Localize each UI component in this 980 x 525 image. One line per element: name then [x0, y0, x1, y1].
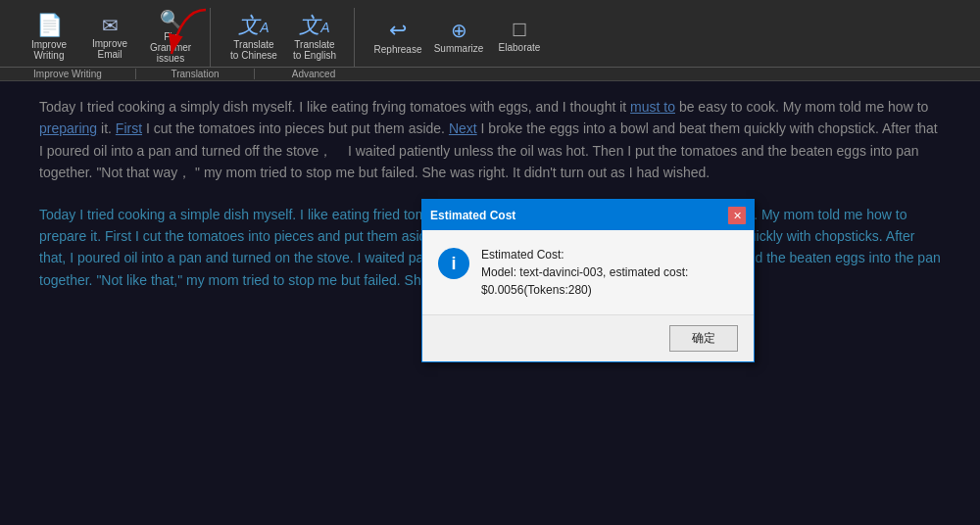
elaborate-button[interactable]: ☐ Elaborate — [490, 18, 549, 57]
dialog-overlay: Estimated Cost ✕ i Estimated Cost: Model… — [0, 81, 980, 525]
rephrease-icon: ↩ — [389, 20, 407, 41]
improve-email-icon: ✉ — [102, 16, 119, 35]
dialog-message-label: Estimated Cost: — [481, 246, 738, 263]
dialog-title: Estimated Cost — [430, 209, 515, 222]
rephrease-label: Rephrease — [374, 44, 422, 55]
translate-chinese-icon: 文A — [238, 15, 269, 36]
summarize-label: Summarize — [434, 43, 484, 54]
dialog-ok-button[interactable]: 确定 — [669, 325, 738, 352]
summarize-button[interactable]: ⊕ Summarize — [429, 17, 488, 58]
translation-group-label: Translation — [135, 69, 255, 79]
dialog-body: i Estimated Cost: Model: text-davinci-00… — [422, 230, 754, 314]
translation-group: 文A Translateto Chinese 文A Translateto En… — [215, 8, 355, 67]
improve-email-button[interactable]: ✉ ImproveEmail — [80, 12, 139, 64]
improve-email-label: ImproveEmail — [92, 38, 127, 60]
improve-writing-label: ImproveWriting — [31, 39, 67, 61]
elaborate-icon: ☐ — [512, 22, 527, 39]
translate-english-button[interactable]: 文A Translateto English — [285, 11, 344, 65]
fix-grammar-icon: 🔍 — [160, 11, 181, 28]
dialog-info-row: i Estimated Cost: Model: text-davinci-00… — [438, 246, 738, 299]
translate-chinese-label: Translateto Chinese — [230, 39, 277, 61]
elaborate-label: Elaborate — [499, 42, 541, 53]
advanced-group-label: Advanced — [255, 69, 372, 79]
improve-group-label: Improve Writing — [0, 69, 135, 79]
toolbar-buttons-row: 📄 ImproveWriting ✉ ImproveEmail 🔍 Fix Gr… — [0, 0, 980, 67]
improve-writing-icon: 📄 — [36, 15, 63, 36]
translate-english-icon: 文A — [299, 15, 329, 36]
dialog-message: Estimated Cost: Model: text-davinci-003,… — [481, 246, 738, 299]
info-icon: i — [438, 248, 469, 279]
summarize-icon: ⊕ — [451, 21, 467, 40]
improve-writing-group: 📄 ImproveWriting ✉ ImproveEmail 🔍 Fix Gr… — [10, 8, 211, 67]
group-labels-row: Improve Writing Translation Advanced — [0, 67, 980, 80]
estimated-cost-dialog: Estimated Cost ✕ i Estimated Cost: Model… — [421, 199, 755, 362]
translate-chinese-button[interactable]: 文A Translateto Chinese — [224, 11, 283, 65]
fix-grammar-button[interactable]: 🔍 Fix Grammerissues — [141, 7, 200, 68]
dialog-footer: 确定 — [422, 314, 754, 361]
improve-writing-button[interactable]: 📄 ImproveWriting — [20, 11, 78, 65]
rephrease-button[interactable]: ↩ Rephrease — [368, 16, 427, 59]
dialog-close-button[interactable]: ✕ — [728, 207, 746, 224]
advanced-group: ↩ Rephrease ⊕ Summarize ☐ Elaborate — [359, 8, 559, 67]
fix-grammar-label: Fix Grammerissues — [145, 31, 196, 64]
content-area: Today I tried cooking a simply dish myse… — [0, 81, 980, 525]
dialog-message-detail: Model: text-davinci-003, estimated cost:… — [481, 263, 738, 299]
dialog-titlebar: Estimated Cost ✕ — [422, 201, 754, 230]
toolbar: 📄 ImproveWriting ✉ ImproveEmail 🔍 Fix Gr… — [0, 0, 980, 81]
translate-english-label: Translateto English — [293, 39, 336, 61]
